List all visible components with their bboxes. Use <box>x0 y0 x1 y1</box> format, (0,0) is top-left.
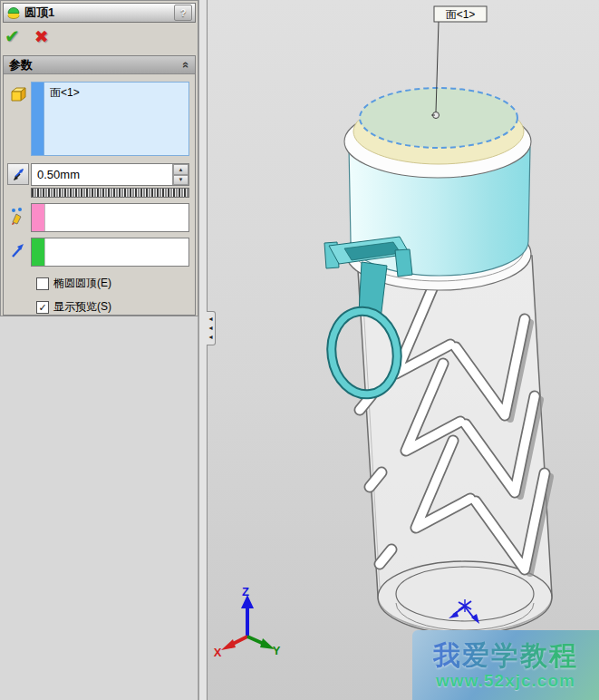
face-select-icon <box>7 83 29 105</box>
chevron-up-icon[interactable]: « <box>179 62 193 68</box>
panel-collapse-tab[interactable]: ◂ ◂ ◂ <box>207 311 216 345</box>
distance-thumbwheel[interactable] <box>31 188 189 198</box>
watermark: 我爱学教程 www.52xjc.com <box>412 630 599 700</box>
distance-icon[interactable] <box>7 163 29 185</box>
constraint-sketch-icon <box>7 205 29 227</box>
distance-icon-cell <box>7 163 29 185</box>
green-swatch <box>32 238 45 266</box>
cancel-button[interactable]: ✖ <box>34 26 49 47</box>
triad-x-label: X <box>214 646 222 659</box>
panel-title: 圆顶1 <box>24 5 174 21</box>
watermark-title: 我爱学教程 <box>433 640 578 671</box>
elliptical-dome-label: 椭圆圆顶(E) <box>53 276 111 291</box>
show-preview-label: 显示预览(S) <box>53 299 111 315</box>
property-manager-panel: 圆顶1 ? ✔ ✖ 参数 « 面<1> <box>0 0 198 316</box>
ok-button[interactable]: ✔ <box>5 25 20 47</box>
parameters-group-header[interactable]: 参数 « <box>4 56 195 74</box>
collapse-arrow-icon: ◂ <box>208 333 212 342</box>
spin-down-icon: ▼ <box>179 177 184 182</box>
distance-spinbox[interactable]: 0.50mm ▲ ▼ <box>31 163 189 186</box>
spin-up-icon: ▲ <box>179 167 184 172</box>
show-preview-checkbox[interactable]: ✓ <box>36 301 49 314</box>
watermark-url: www.52xjc.com <box>436 671 575 691</box>
triad-z-label: Z <box>242 585 249 598</box>
selection-highlight-bar <box>32 83 44 155</box>
callout-label: 面<1> <box>446 8 476 21</box>
pink-swatch <box>32 204 45 231</box>
elliptical-dome-checkbox[interactable] <box>36 277 49 290</box>
spin-down-button[interactable]: ▼ <box>173 175 188 186</box>
coordinate-triad: Z X Y <box>214 585 281 659</box>
direction-field[interactable] <box>31 238 189 267</box>
collapse-arrow-icon: ◂ <box>208 324 212 333</box>
show-preview-checkbox-row[interactable]: ✓ 显示预览(S) <box>36 299 111 315</box>
spin-up-button[interactable]: ▲ <box>173 164 188 175</box>
left-panel-empty-area <box>0 316 198 700</box>
parameters-group-title: 参数 <box>9 57 183 73</box>
parameters-group: 参数 « 面<1> <box>3 55 196 316</box>
distance-value[interactable]: 0.50mm <box>32 164 172 185</box>
selection-list[interactable]: 面<1> <box>31 82 189 156</box>
panel-actions: ✔ ✖ <box>5 24 49 48</box>
checkbox-check-icon: ✓ <box>38 302 46 313</box>
sketch-point-field[interactable] <box>31 203 189 232</box>
panel-splitter[interactable] <box>198 0 208 700</box>
elliptical-dome-checkbox-row[interactable]: 椭圆圆顶(E) <box>36 276 111 291</box>
help-button[interactable]: ? <box>174 5 192 21</box>
triad-y-label: Y <box>273 644 281 657</box>
selection-item[interactable]: 面<1> <box>44 83 85 155</box>
dome-feature-icon <box>6 5 21 20</box>
direction-arrow-icon <box>7 239 29 261</box>
help-icon: ? <box>180 7 187 18</box>
collapse-arrow-icon: ◂ <box>208 315 212 324</box>
selected-top-face[interactable] <box>360 88 517 148</box>
panel-header: 圆顶1 ? <box>3 3 196 23</box>
